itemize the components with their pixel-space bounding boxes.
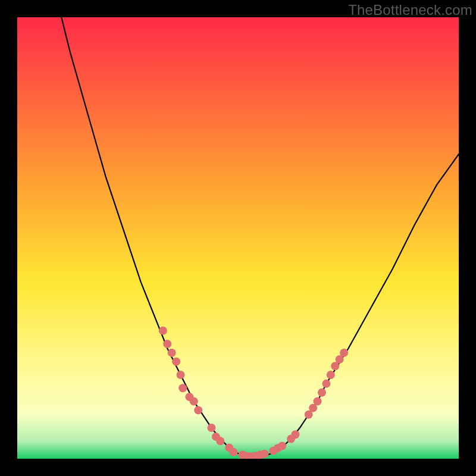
data-point: [230, 448, 238, 456]
data-point: [194, 406, 202, 414]
data-point: [340, 349, 348, 357]
data-point: [190, 397, 198, 406]
bottleneck-plot: [17, 17, 459, 459]
data-point: [291, 430, 299, 439]
data-point: [278, 441, 286, 450]
gradient-background: [17, 17, 459, 459]
data-point: [172, 358, 180, 366]
data-point: [178, 384, 187, 392]
watermark-text: TheBottleneck.com: [348, 2, 472, 18]
data-point: [163, 340, 171, 348]
data-point: [168, 349, 176, 357]
data-point: [159, 327, 167, 335]
data-point: [322, 380, 330, 388]
chart-container: TheBottleneck.com: [0, 0, 476, 476]
data-point: [318, 389, 326, 397]
data-point: [327, 371, 335, 379]
data-point: [216, 437, 224, 445]
data-point: [207, 424, 215, 432]
data-point: [177, 371, 185, 379]
data-point: [261, 450, 269, 458]
data-point: [314, 397, 322, 406]
